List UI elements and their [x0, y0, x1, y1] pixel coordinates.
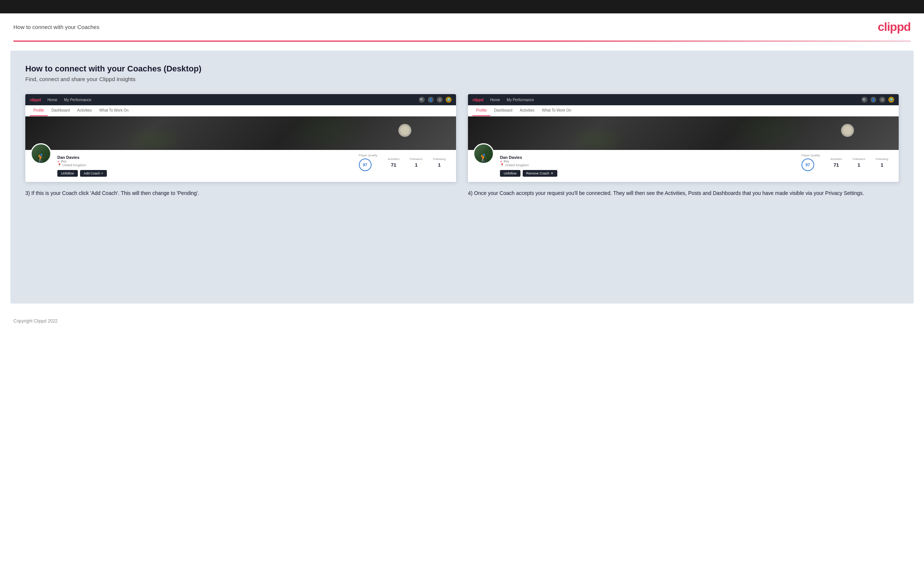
mockup-1-player-info: Dan Davies ✔ Pro 📍 United Kingdom Unfoll…: [57, 154, 348, 177]
mockup-2-avatar-wrap: [473, 143, 494, 164]
screenshots-row: clippd Home My Performance 🔍 👤 ⚙ 🌍 Profi…: [25, 94, 899, 197]
mockup-2-role-text: Pro: [504, 160, 509, 163]
mockup-2-profile: Dan Davies ✔ Pro 📍 United Kingdom Unfoll…: [468, 150, 899, 182]
mockup-1-stat-following: Following 1: [428, 157, 451, 168]
tab-whattoworkon-2[interactable]: What To Work On: [538, 105, 575, 116]
mockup-2-nav: clippd Home My Performance 🔍 👤 ⚙ 🌍: [468, 94, 899, 105]
logo: clippd: [878, 20, 911, 34]
mockup-2-nav-icons: 🔍 👤 ⚙ 🌍: [861, 97, 894, 103]
mockup-1-logo: clippd: [30, 97, 40, 102]
mockup-1-player-role: ✔ Pro: [57, 160, 348, 163]
mockup-2-location: 📍 United Kingdom: [500, 163, 790, 167]
mockup-2-tabs: Profile Dashboard Activities What To Wor…: [468, 105, 899, 116]
mockup-2-buttons: Unfollow Remove Coach ✕: [500, 170, 790, 177]
screenshot-col-2: clippd Home My Performance 🔍 👤 ⚙ 🌍 Profi…: [468, 94, 899, 197]
search-icon[interactable]: 🔍: [419, 97, 425, 103]
mockup-1-profile: Dan Davies ✔ Pro 📍 United Kingdom Unfoll…: [25, 150, 456, 182]
mockup-1-role-text: Pro: [61, 160, 66, 163]
mockup-2-nav-home[interactable]: Home: [490, 98, 500, 102]
mockup-1-stat-followers: Followers 1: [405, 157, 428, 168]
settings-icon-2[interactable]: ⚙: [879, 97, 885, 103]
top-bar: [0, 0, 924, 13]
golfer-icon-2: [479, 153, 489, 163]
mockup-1-stats: Player Quality 97 Activities 71 Follower…: [354, 154, 451, 171]
settings-icon[interactable]: ⚙: [437, 97, 443, 103]
mockup-1-nav-performance[interactable]: My Performance: [64, 98, 91, 102]
mockup-1-avatar: [31, 143, 52, 164]
quality-circle-1: 97: [359, 158, 372, 171]
add-coach-button[interactable]: Add Coach +: [80, 170, 107, 177]
section-subtitle: Find, connect and share your Clippd insi…: [25, 76, 899, 82]
header-divider: [13, 40, 911, 42]
caption-1: 3) If this is your Coach click 'Add Coac…: [25, 189, 456, 197]
mockup-1-buttons: Unfollow Add Coach +: [57, 170, 348, 177]
mockup-2-banner-img: [468, 116, 899, 150]
tab-profile-2[interactable]: Profile: [472, 105, 490, 116]
mockup-1-tabs: Profile Dashboard Activities What To Wor…: [25, 105, 456, 116]
mockup-2-banner: [468, 116, 899, 150]
footer: Copyright Clippd 2022: [0, 313, 924, 330]
tab-whattoworkon-1[interactable]: What To Work On: [96, 105, 132, 116]
main-content: How to connect with your Coaches (Deskto…: [10, 51, 914, 303]
section-title: How to connect with your Coaches (Deskto…: [25, 64, 899, 74]
tab-activities-1[interactable]: Activities: [73, 105, 95, 116]
unfollow-button-2[interactable]: Unfollow: [500, 170, 520, 177]
mockup-1-nav-home[interactable]: Home: [47, 98, 57, 102]
mockup-1-player-name: Dan Davies: [57, 155, 348, 160]
caption-2: 4) Once your Coach accepts your request …: [468, 189, 899, 197]
person-icon[interactable]: 👤: [428, 97, 434, 103]
verified-icon-2: ✔: [500, 160, 502, 163]
mockup-1: clippd Home My Performance 🔍 👤 ⚙ 🌍 Profi…: [25, 94, 456, 182]
flag-icon[interactable]: 🌍: [446, 97, 452, 103]
mockup-2-stats: Player Quality 97 Activities 71 Follower…: [796, 154, 893, 171]
person-icon-2[interactable]: 👤: [871, 97, 876, 103]
mockup-2-player-role: ✔ Pro: [500, 160, 790, 163]
tab-activities-2[interactable]: Activities: [516, 105, 538, 116]
mockup-2-stat-following: Following 1: [871, 157, 893, 168]
screenshot-col-1: clippd Home My Performance 🔍 👤 ⚙ 🌍 Profi…: [25, 94, 456, 197]
mockup-1-avatar-wrap: [31, 143, 52, 164]
mockup-1-location: 📍 United Kingdom: [57, 163, 348, 167]
tab-profile-1[interactable]: Profile: [30, 105, 48, 116]
header: How to connect with your Coaches clippd: [0, 13, 924, 40]
plus-icon: +: [101, 171, 103, 175]
mockup-1-stat-quality: Player Quality 97: [354, 154, 383, 171]
mockup-1-banner: [25, 116, 456, 150]
tab-dashboard-1[interactable]: Dashboard: [48, 105, 73, 116]
mockup-1-nav: clippd Home My Performance 🔍 👤 ⚙ 🌍: [25, 94, 456, 105]
mockup-2-player-name: Dan Davies: [500, 155, 790, 160]
page-title: How to connect with your Coaches: [13, 24, 99, 30]
unfollow-button-1[interactable]: Unfollow: [57, 170, 78, 177]
mockup-1-nav-icons: 🔍 👤 ⚙ 🌍: [419, 97, 452, 103]
remove-coach-button[interactable]: Remove Coach ✕: [523, 170, 557, 177]
mockup-2-avatar: [473, 143, 494, 164]
copyright: Copyright Clippd 2022: [13, 318, 58, 324]
verified-icon: ✔: [57, 160, 60, 163]
mockup-2-stat-followers: Followers 1: [847, 157, 871, 168]
mockup-2-nav-performance[interactable]: My Performance: [507, 98, 534, 102]
flag-icon-2[interactable]: 🌍: [888, 97, 894, 103]
mockup-2-player-info: Dan Davies ✔ Pro 📍 United Kingdom Unfoll…: [500, 154, 790, 177]
close-icon: ✕: [551, 171, 554, 175]
mockup-2-stat-quality: Player Quality 97: [796, 154, 825, 171]
mockup-1-stat-activities: Activities 71: [382, 157, 405, 168]
mockup-2: clippd Home My Performance 🔍 👤 ⚙ 🌍 Profi…: [468, 94, 899, 182]
mockup-2-stat-activities: Activities 71: [825, 157, 847, 168]
quality-circle-2: 97: [801, 158, 814, 171]
tab-dashboard-2[interactable]: Dashboard: [490, 105, 516, 116]
mockup-1-banner-img: [25, 116, 456, 150]
mockup-2-logo: clippd: [472, 97, 483, 102]
golfer-icon: [36, 153, 46, 163]
search-icon-2[interactable]: 🔍: [861, 97, 867, 103]
